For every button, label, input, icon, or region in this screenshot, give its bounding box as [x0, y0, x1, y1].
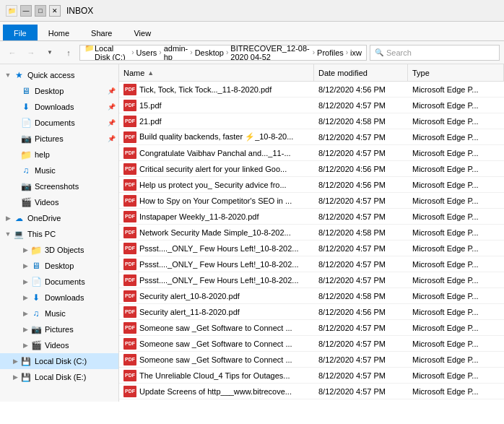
table-row[interactable]: PDF Instapaper Weekly_11-8-2020.pdf 8/12…	[119, 209, 504, 225]
file-date-cell: 8/12/2020 4:56 PM	[314, 304, 408, 319]
table-row[interactable]: PDF How to Spy on Your Competitor's SEO …	[119, 193, 504, 209]
pdf-icon: PDF	[123, 227, 136, 238]
file-name: Pssst...._ONLY_ Few Hours Left!_10-8-202…	[139, 276, 299, 285]
help-folder-icon: 📁	[20, 150, 32, 160]
file-name-cell: PDF Update Screens of http___www.bitreco…	[119, 384, 314, 399]
file-name: 15.pdf	[139, 101, 162, 110]
sidebar: ▼ ★ Quick access 🖥 Desktop 📌 ⬇ Downloads…	[0, 64, 119, 402]
breadcrumb-item: 📁	[84, 45, 95, 61]
file-name: How to Spy on Your Competitor's SEO in .…	[139, 196, 292, 205]
sidebar-this-pc[interactable]: ▼ 💻 This PC	[0, 226, 118, 242]
search-bar[interactable]: 🔍 Search	[370, 45, 500, 61]
file-name: Critical security alert for your linked …	[139, 165, 287, 173]
table-row[interactable]: PDF Pssst...._ONLY_ Few Hours Left!_10-8…	[119, 256, 504, 272]
minimize-btn[interactable]: —	[20, 5, 32, 17]
sidebar-item-videos-qa[interactable]: 🎬 Videos	[0, 194, 118, 210]
file-date-cell: 8/12/2020 4:57 PM	[314, 336, 408, 351]
recent-button[interactable]: ▼	[42, 45, 58, 61]
sidebar-label-desktop-qa: Desktop	[35, 87, 64, 95]
file-date-cell: 8/12/2020 4:57 PM	[314, 209, 408, 224]
sidebar-item-screenshots-qa[interactable]: 📷 Screenshots	[0, 178, 118, 194]
up-button[interactable]: ↑	[61, 45, 77, 61]
pdf-icon: PDF	[123, 243, 136, 254]
file-name: Help us protect you_ Security advice fro…	[139, 181, 287, 189]
sidebar-onedrive[interactable]: ▶ ☁ OneDrive	[0, 210, 118, 226]
tab-view[interactable]: View	[123, 25, 162, 40]
address-path[interactable]: 📁 Local Disk (C:) › Users › admin-hp › D…	[79, 45, 367, 61]
maximize-btn[interactable]: □	[35, 5, 46, 17]
sidebar-item-3dobjects[interactable]: ▶ 📁 3D Objects	[0, 242, 118, 258]
tab-share[interactable]: Share	[80, 25, 123, 40]
sidebar-item-pictures-pc[interactable]: ▶ 📷 Pictures	[0, 321, 118, 337]
table-row[interactable]: PDF Pssst...._ONLY_ Few Hours Left!_10-8…	[119, 241, 504, 256]
col-header-type[interactable]: Type	[408, 64, 504, 81]
sidebar-item-local-disk-c[interactable]: ▶ 💾 Local Disk (C:)	[0, 353, 118, 369]
file-name: Pssst...._ONLY_ Few Hours Left!_10-8-202…	[139, 260, 299, 269]
music-icon: ♫	[20, 165, 32, 176]
back-button[interactable]: ←	[4, 45, 20, 61]
sidebar-item-downloads-pc[interactable]: ▶ ⬇ Downloads	[0, 290, 118, 306]
table-row[interactable]: PDF Help us protect you_ Security advice…	[119, 177, 504, 193]
col-header-name[interactable]: Name ▲	[119, 64, 314, 81]
table-row[interactable]: PDF Tick, Tock, Tick Tock..._11-8-2020.p…	[119, 82, 504, 98]
sidebar-item-local-disk-e[interactable]: ▶ 💾 Local Disk (E:)	[0, 369, 118, 385]
sidebar-label-videos-pc: Videos	[45, 341, 69, 350]
sidebar-item-help[interactable]: 📁 help	[0, 147, 118, 163]
file-name: Build quality backends, faster ⚡_10-8-20…	[139, 132, 293, 142]
sidebar-quick-access[interactable]: ▼ ★ Quick access	[0, 67, 118, 83]
search-icon: 🔍	[375, 48, 383, 56]
table-row[interactable]: PDF Security alert_10-8-2020.pdf 8/12/20…	[119, 288, 504, 304]
table-row[interactable]: PDF Congratulate Vaibhav Panchal and..._…	[119, 145, 504, 161]
sidebar-item-desktop-qa[interactable]: 🖥 Desktop 📌	[0, 83, 118, 99]
forward-button[interactable]: →	[23, 45, 39, 61]
sidebar-item-music-pc[interactable]: ▶ ♫ Music	[0, 306, 118, 321]
file-type-cell: Microsoft Edge P...	[408, 336, 504, 351]
file-name: Congratulate Vaibhav Panchal and..._11-.…	[139, 149, 291, 157]
desktop-pc-icon: 🖥	[30, 261, 42, 271]
sidebar-item-desktop-pc[interactable]: ▶ 🖥 Desktop	[0, 258, 118, 274]
videos-icon: 🎬	[20, 197, 32, 207]
sidebar-item-documents-pc[interactable]: ▶ 📄 Documents	[0, 274, 118, 290]
file-date-cell: 8/12/2020 4:56 PM	[314, 399, 408, 402]
col-header-date[interactable]: Date modified	[314, 64, 408, 81]
sidebar-label-music-pc: Music	[45, 309, 66, 318]
file-name-cell: PDF Security alert_11-8-2020.pdf	[119, 304, 314, 319]
breadcrumb-ixw: ixw	[350, 48, 362, 57]
table-row[interactable]: PDF The Unreliable Cloud_4 Tips for Outa…	[119, 368, 504, 384]
documents-icon: 📄	[20, 118, 32, 128]
file-type-cell: Microsoft Edge P...	[408, 177, 504, 192]
pdf-icon: PDF	[123, 274, 136, 286]
sidebar-item-videos-pc[interactable]: ▶ 🎬 Videos	[0, 337, 118, 353]
table-row[interactable]: PDF 15.pdf 8/12/2020 4:57 PM Microsoft E…	[119, 98, 504, 113]
sidebar-item-documents-qa[interactable]: 📄 Documents 📌	[0, 115, 118, 131]
table-row[interactable]: PDF Someone saw _Get Software to Connect…	[119, 352, 504, 368]
table-row[interactable]: PDF Your single-use code_11-8-2020 - Cop…	[119, 399, 504, 402]
table-row[interactable]: PDF Someone saw _Get Software to Connect…	[119, 320, 504, 336]
table-row[interactable]: PDF Someone saw _Get Software to Connect…	[119, 336, 504, 352]
title-bar-icons: 📁 — □ ✕	[6, 5, 61, 17]
sidebar-item-downloads-qa[interactable]: ⬇ Downloads 📌	[0, 99, 118, 115]
file-type-cell: Microsoft Edge P...	[408, 399, 504, 402]
file-name-cell: PDF Pssst...._ONLY_ Few Hours Left!_10-8…	[119, 241, 314, 256]
table-row[interactable]: PDF Critical security alert for your lin…	[119, 161, 504, 177]
table-row[interactable]: PDF Build quality backends, faster ⚡_10-…	[119, 129, 504, 145]
close-btn[interactable]: ✕	[49, 5, 61, 17]
sidebar-item-pictures-qa[interactable]: 📷 Pictures 📌	[0, 131, 118, 147]
file-name-cell: PDF Network Security Made Simple_10-8-20…	[119, 225, 314, 240]
file-type-cell: Microsoft Edge P...	[408, 82, 504, 97]
file-date-cell: 8/12/2020 4:57 PM	[314, 98, 408, 113]
3d-icon: 📁	[30, 245, 42, 255]
table-row[interactable]: PDF Pssst...._ONLY_ Few Hours Left!_10-8…	[119, 272, 504, 288]
sidebar-item-music-qa[interactable]: ♫ Music	[0, 163, 118, 178]
disk-c-icon: 💾	[20, 356, 32, 366]
table-row[interactable]: PDF Network Security Made Simple_10-8-20…	[119, 225, 504, 241]
sidebar-label-pictures-pc: Pictures	[45, 325, 74, 334]
tab-file[interactable]: File	[3, 25, 38, 40]
table-row[interactable]: PDF Update Screens of http___www.bitreco…	[119, 384, 504, 399]
table-row[interactable]: PDF Security alert_11-8-2020.pdf 8/12/20…	[119, 304, 504, 320]
file-name-cell: PDF 15.pdf	[119, 98, 314, 113]
table-row[interactable]: PDF 21.pdf 8/12/2020 4:58 PM Microsoft E…	[119, 113, 504, 129]
tab-home[interactable]: Home	[38, 25, 80, 40]
breadcrumb-users: Users	[136, 48, 157, 57]
pdf-icon: PDF	[123, 322, 136, 334]
